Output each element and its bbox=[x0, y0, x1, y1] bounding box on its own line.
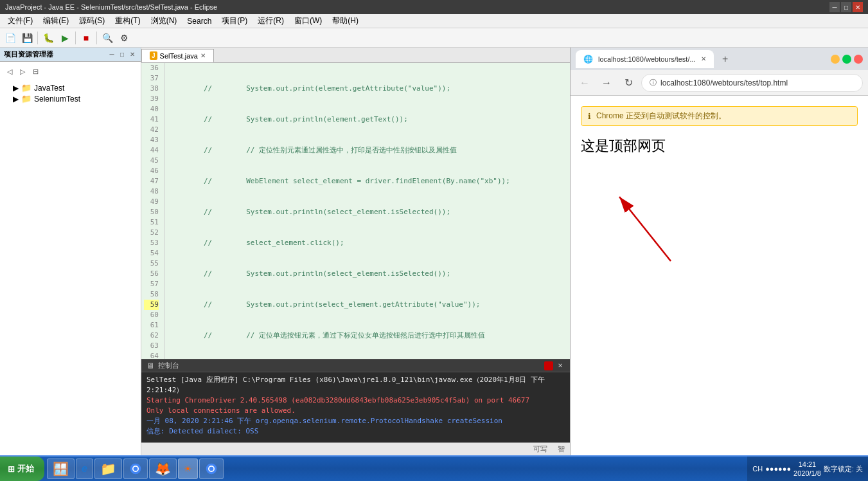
svg-point-7 bbox=[209, 467, 214, 471]
code-line-37: // System.out.println(element.getText())… bbox=[170, 114, 565, 125]
menu-refactor[interactable]: 重构(T) bbox=[110, 14, 145, 28]
menu-help[interactable]: 帮助(H) bbox=[327, 14, 364, 28]
chrome-forward-btn[interactable]: → bbox=[598, 74, 616, 92]
project-explorer-title: 项目资源管理器 bbox=[4, 50, 53, 59]
menu-source[interactable]: 源码(S) bbox=[74, 14, 110, 28]
tree-item-seleniumtest[interactable]: ▶ 📁 SeleniumTest bbox=[3, 93, 138, 104]
toolbar-sep-3 bbox=[96, 32, 97, 44]
chrome-minimize-btn[interactable] bbox=[831, 55, 840, 64]
taskbar-sys-tray: CH ●●●●●● 14:21 2020/1/8 数字锁定: 关 bbox=[747, 457, 868, 481]
menu-run[interactable]: 运行(R) bbox=[252, 14, 289, 28]
explorer-maximize[interactable]: □ bbox=[118, 50, 127, 59]
taskbar-date-text: 2020/1/8 bbox=[793, 469, 821, 478]
red-arrow-svg bbox=[581, 177, 709, 274]
menu-bar: 文件(F) 编辑(E) 源码(S) 重构(T) 浏览(N) Search 项目(… bbox=[0, 14, 868, 28]
toolbar-save[interactable]: 💾 bbox=[19, 30, 35, 46]
code-line-41: // select_element.click(); bbox=[170, 238, 565, 248]
tab-close-seltest[interactable]: ✕ bbox=[200, 52, 206, 59]
taskbar-app-chrome-2[interactable] bbox=[199, 458, 224, 479]
chrome-url-bar[interactable]: ⓘ localhost:1080/webtours/test/top.html bbox=[641, 74, 863, 92]
title-bar-controls: ─ □ ✕ bbox=[829, 2, 863, 12]
toolbar-stop[interactable]: ■ bbox=[78, 30, 94, 46]
console-terminate-btn[interactable] bbox=[544, 361, 553, 370]
title-bar-text: JavaProject - Java EE - SeleniumTest/src… bbox=[5, 3, 829, 11]
explorer-back-btn[interactable]: ◁ bbox=[4, 66, 15, 77]
chrome-automation-warning: ℹ Chrome 正受到自动测试软件的控制。 bbox=[581, 106, 858, 126]
chrome-tab[interactable]: 🌐 localhost:1080/webtours/test/... ✕ bbox=[576, 50, 714, 68]
chrome-tab-text: localhost:1080/webtours/test/... bbox=[598, 55, 696, 63]
code-line-39: // WebElement select_element = driver.fi… bbox=[170, 176, 565, 186]
toolbar-new[interactable]: 📄 bbox=[3, 30, 18, 46]
start-label: 开始 bbox=[17, 463, 34, 475]
page-main-title: 这是顶部网页 bbox=[581, 136, 858, 156]
status-writable: 可写 bbox=[533, 444, 547, 454]
chrome-maximize-btn[interactable] bbox=[842, 55, 851, 64]
console-line-3: Only local connections are allowed. bbox=[146, 406, 565, 416]
taskbar-app-ie[interactable]: e bbox=[76, 458, 93, 479]
app-window: JavaProject - Java EE - SeleniumTest/src… bbox=[0, 0, 868, 481]
console-close-btn[interactable]: ✕ bbox=[556, 361, 565, 370]
close-button[interactable]: ✕ bbox=[853, 2, 863, 12]
toolbar-search[interactable]: 🔍 bbox=[100, 30, 115, 46]
explorer-collapse-btn[interactable]: ⊟ bbox=[30, 66, 41, 77]
console-title: 控制台 bbox=[158, 361, 179, 370]
explorer-minimize[interactable]: ─ bbox=[107, 50, 116, 59]
project-explorer-controls: ─ □ ✕ bbox=[107, 50, 137, 59]
tab-icon-seltest: J bbox=[150, 51, 157, 60]
code-content[interactable]: // System.out.print(element.getAttribute… bbox=[164, 63, 570, 359]
taskbar-app-windows[interactable]: 🪟 bbox=[47, 458, 75, 479]
console-icon: 🖥 bbox=[146, 361, 154, 370]
menu-window[interactable]: 窗口(W) bbox=[289, 14, 327, 28]
minimize-button[interactable]: ─ bbox=[829, 2, 840, 12]
taskbar-app-explorer[interactable]: 📁 bbox=[94, 458, 122, 479]
chrome-refresh-btn[interactable]: ↻ bbox=[619, 74, 637, 92]
toolbar-sep-1 bbox=[37, 32, 38, 44]
taskbar-app-firefox[interactable]: 🦊 bbox=[149, 458, 177, 479]
eclipse-right: J SelTest.java ✕ 3637383940 4142434445 4… bbox=[141, 48, 570, 455]
console-line-4: 一月 08, 2020 2:21:46 下午 org.openqa.seleni… bbox=[146, 416, 565, 426]
menu-search[interactable]: Search bbox=[182, 15, 217, 27]
line-numbers: 3637383940 4142434445 4647484950 5152535… bbox=[141, 63, 164, 359]
editor-tabs: J SelTest.java ✕ bbox=[141, 48, 570, 63]
code-line-44: // // 定位单选按钮元素，通过下标定位女单选按钮然后进行选中打印其属性值 bbox=[170, 331, 565, 341]
chrome-tab-close-btn[interactable]: ✕ bbox=[701, 55, 706, 62]
maximize-button[interactable]: □ bbox=[841, 2, 851, 12]
menu-edit[interactable]: 编辑(E) bbox=[38, 14, 74, 28]
project-explorer: 项目资源管理器 ─ □ ✕ ◁ ▷ ⊟ bbox=[0, 48, 141, 455]
main-area: 项目资源管理器 ─ □ ✕ ◁ ▷ ⊟ bbox=[0, 48, 868, 455]
menu-project[interactable]: 项目(P) bbox=[217, 14, 252, 28]
toolbar-run[interactable]: ▶ bbox=[57, 30, 73, 46]
toolbar: 📄 💾 🐛 ▶ ■ 🔍 ⚙ bbox=[0, 28, 868, 48]
taskbar-time-text: 14:21 bbox=[799, 460, 817, 469]
warning-text: Chrome 正受到自动测试软件的控制。 bbox=[596, 111, 726, 122]
code-line-38: // // 定位性别元素通过属性选中，打印是否选中性别按钮以及属性值 bbox=[170, 145, 565, 156]
taskbar-app-chrome-1[interactable] bbox=[123, 458, 148, 479]
tab-label-seltest: SelTest.java bbox=[160, 52, 198, 60]
taskbar-app-eclipse[interactable]: ☀ bbox=[178, 458, 198, 479]
console-line-2: Starting ChromeDriver 2.40.565498 (ea082… bbox=[146, 395, 565, 406]
toolbar-settings[interactable]: ⚙ bbox=[116, 30, 132, 46]
explorer-fwd-btn[interactable]: ▷ bbox=[17, 66, 28, 77]
eclipse-panel: 项目资源管理器 ─ □ ✕ ◁ ▷ ⊟ bbox=[0, 48, 571, 455]
explorer-close[interactable]: ✕ bbox=[128, 50, 137, 59]
chrome-new-tab-btn[interactable]: + bbox=[716, 50, 734, 68]
toolbar-debug[interactable]: 🐛 bbox=[40, 30, 56, 46]
status-bar: 可写 智 bbox=[141, 442, 570, 455]
menu-file[interactable]: 文件(F) bbox=[3, 14, 38, 28]
chrome-back-btn[interactable]: ← bbox=[576, 74, 594, 92]
taskbar-sys-icons: ●●●●●● bbox=[765, 465, 791, 473]
chrome-close-btn[interactable] bbox=[854, 55, 863, 64]
editor-tab-seltest[interactable]: J SelTest.java ✕ bbox=[141, 49, 214, 62]
taskbar-lang: CH bbox=[752, 465, 763, 473]
chrome-address-bar: ← → ↻ ⓘ localhost:1080/webtours/test/top… bbox=[571, 70, 868, 96]
url-text: localhost:1080/webtours/test/top.html bbox=[660, 78, 788, 87]
start-button[interactable]: ⊞ 开始 bbox=[0, 457, 44, 481]
code-line-42: // System.out.println(select_element.isS… bbox=[170, 269, 565, 279]
svg-line-1 bbox=[619, 197, 671, 261]
svg-point-4 bbox=[134, 467, 138, 471]
tree-label-seleniumtest: SeleniumTest bbox=[34, 95, 80, 104]
tree-item-javatest[interactable]: ▶ 📁 JavaTest bbox=[3, 82, 138, 93]
menu-navigate[interactable]: 浏览(N) bbox=[146, 14, 182, 28]
taskbar-time: 14:21 2020/1/8 bbox=[793, 460, 821, 478]
code-editor[interactable]: 3637383940 4142434445 4647484950 5152535… bbox=[141, 63, 570, 359]
